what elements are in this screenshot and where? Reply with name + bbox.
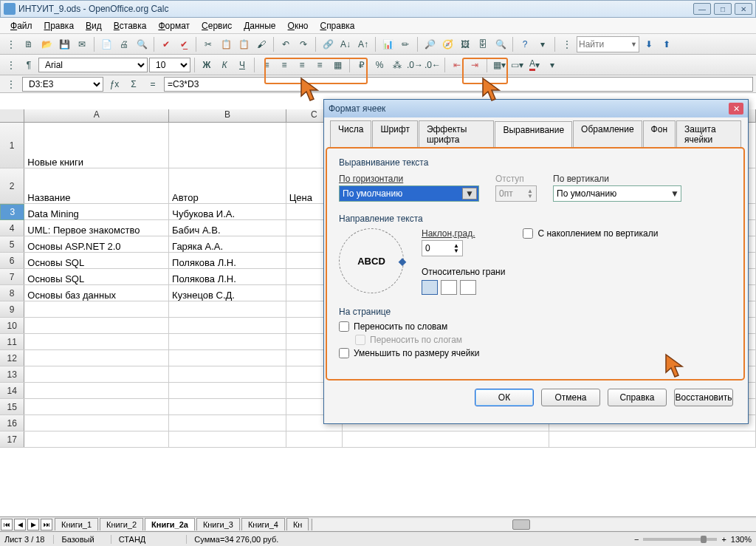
- sheet-tab[interactable]: Книги_3: [196, 518, 240, 530]
- menu-справка[interactable]: Справка: [314, 19, 360, 33]
- find-prev-button[interactable]: ⬆: [659, 36, 675, 52]
- cell[interactable]: [169, 383, 286, 398]
- help-button[interactable]: ?: [517, 36, 533, 52]
- zoom-out-button[interactable]: −: [634, 535, 639, 544]
- cell[interactable]: Полякова Л.Н.: [169, 269, 286, 284]
- row-header[interactable]: 5: [0, 236, 24, 252]
- bold-button[interactable]: Ж: [199, 57, 215, 73]
- cut-button[interactable]: ✂: [200, 36, 216, 52]
- row-header[interactable]: 7: [0, 269, 24, 284]
- align-justify-button[interactable]: ≡: [312, 57, 328, 73]
- maximize-button[interactable]: □: [714, 3, 732, 15]
- close-button[interactable]: ✕: [735, 3, 752, 15]
- remove-decimal-button[interactable]: .0←: [425, 57, 441, 73]
- cell[interactable]: [24, 350, 169, 366]
- cell[interactable]: [24, 399, 169, 414]
- row-header[interactable]: 6: [0, 253, 24, 268]
- menu-вставка[interactable]: Вставка: [108, 19, 153, 33]
- horiz-align-select[interactable]: По умолчанию▼: [339, 185, 479, 202]
- cell[interactable]: Основы SQL: [24, 253, 169, 268]
- paste-button[interactable]: 📋: [236, 36, 252, 52]
- menu-сервис[interactable]: Сервис: [196, 19, 238, 33]
- align-center-button[interactable]: ≡: [276, 57, 292, 73]
- cell[interactable]: Чубукова И.А.: [169, 204, 286, 219]
- dialog-tab[interactable]: Фон: [643, 120, 676, 148]
- underline-button[interactable]: Ч: [234, 57, 250, 73]
- navigator-button[interactable]: 🧭: [439, 36, 456, 52]
- dialog-close-button[interactable]: ✕: [729, 103, 743, 115]
- horizontal-scrollbar[interactable]: [312, 519, 756, 530]
- undo-button[interactable]: ↶: [278, 36, 294, 52]
- cell[interactable]: [24, 318, 169, 333]
- preview-button[interactable]: 🔍: [134, 36, 150, 52]
- menu-файл[interactable]: Файл: [4, 19, 38, 33]
- ref-edge-inside-button[interactable]: [460, 280, 476, 295]
- row-header[interactable]: 16: [0, 415, 24, 431]
- sort-asc-button[interactable]: A↓: [337, 36, 354, 52]
- zoom-value[interactable]: 130%: [731, 535, 752, 544]
- font-name-combo[interactable]: Arial: [38, 58, 148, 72]
- ref-edge-upper-button[interactable]: [441, 280, 457, 295]
- select-all-corner[interactable]: [0, 109, 24, 122]
- col-header-A[interactable]: A: [24, 109, 169, 122]
- row-header[interactable]: 11: [0, 334, 24, 349]
- percent-button[interactable]: %: [371, 57, 388, 73]
- menu-данные[interactable]: Данные: [238, 19, 281, 33]
- row-header[interactable]: 4: [0, 220, 24, 236]
- borders-button[interactable]: ▦▾: [491, 57, 507, 73]
- cell[interactable]: Основы ASP.NET 2.0: [24, 236, 169, 252]
- minimize-button[interactable]: —: [693, 3, 711, 15]
- dialog-titlebar[interactable]: Формат ячеек ✕: [324, 100, 748, 117]
- cell[interactable]: Бабич А.В.: [169, 220, 286, 236]
- cell[interactable]: Название: [24, 168, 169, 203]
- status-mode[interactable]: СТАНД: [111, 535, 154, 544]
- dialog-tab[interactable]: Обрамление: [573, 120, 642, 148]
- reset-button[interactable]: Восстановить: [674, 389, 733, 406]
- function-wizard-button[interactable]: ƒx: [106, 76, 123, 92]
- fontcolor-button[interactable]: А▾: [526, 57, 543, 73]
- row-header[interactable]: 3: [0, 204, 24, 220]
- sheet-tab[interactable]: Книги_1: [55, 518, 98, 530]
- cell[interactable]: [169, 366, 286, 382]
- cell[interactable]: Новые книги: [24, 123, 169, 168]
- cell[interactable]: [169, 399, 286, 414]
- help-button[interactable]: Справка: [608, 389, 667, 406]
- row-header[interactable]: 10: [0, 318, 24, 333]
- cell[interactable]: Основы баз данных: [24, 285, 169, 301]
- styles-button[interactable]: ¶: [21, 57, 37, 73]
- zoom-in-button[interactable]: +: [721, 535, 726, 544]
- cell[interactable]: Кузнецов С.Д.: [169, 285, 286, 301]
- redo-button[interactable]: ↷: [295, 36, 312, 52]
- text-rotation-dial[interactable]: ABCD ◆: [339, 228, 404, 293]
- row-header[interactable]: 14: [0, 383, 24, 398]
- cell[interactable]: [286, 431, 343, 447]
- hyperlink-button[interactable]: 🔗: [320, 36, 336, 52]
- toolbar-overflow[interactable]: ▾: [544, 57, 560, 73]
- font-size-combo[interactable]: 10: [149, 58, 190, 72]
- format-paint-button[interactable]: 🖌: [253, 36, 269, 52]
- dialog-tab[interactable]: Шрифт: [372, 120, 417, 148]
- angle-spinner[interactable]: 0▲▼: [422, 240, 463, 256]
- cell[interactable]: Основы SQL: [24, 269, 169, 284]
- cell[interactable]: [24, 383, 169, 398]
- show-draw-button[interactable]: ✏: [397, 36, 413, 52]
- next-sheet-button[interactable]: ▶: [27, 519, 39, 530]
- pdf-button[interactable]: 📄: [98, 36, 114, 52]
- spellcheck-button[interactable]: ✔: [158, 36, 174, 52]
- row-header[interactable]: 2: [0, 168, 24, 203]
- chart-button[interactable]: 📊: [379, 36, 396, 52]
- find-input[interactable]: [579, 39, 630, 50]
- cell[interactable]: [169, 431, 286, 447]
- cell[interactable]: [169, 334, 286, 349]
- cell[interactable]: [24, 301, 169, 317]
- ok-button[interactable]: ОК: [475, 389, 534, 406]
- stacked-checkbox[interactable]: [523, 228, 533, 239]
- sort-desc-button[interactable]: A↑: [355, 36, 371, 52]
- status-sum[interactable]: Сумма=34 276,00 руб.: [186, 535, 286, 544]
- formula-input[interactable]: =C3*D3: [164, 77, 753, 92]
- toolbar-overflow[interactable]: ▾: [535, 36, 551, 52]
- cell[interactable]: [169, 123, 286, 168]
- equals-button[interactable]: =: [145, 76, 161, 92]
- align-right-button[interactable]: ≡: [294, 57, 310, 73]
- sheet-tab[interactable]: Кн: [286, 518, 309, 530]
